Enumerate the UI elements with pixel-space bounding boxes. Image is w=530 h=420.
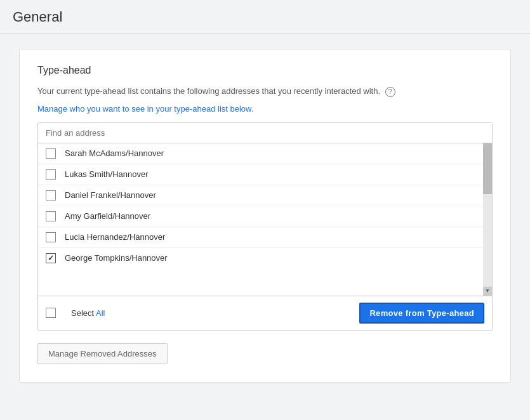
scrollbar-track: ▲ ▼ [483, 143, 492, 296]
list-item[interactable]: Amy Garfield/Hannover [38, 206, 492, 227]
select-all-area: Select All [46, 308, 105, 318]
settings-card: Type-ahead Your current type-ahead list … [19, 49, 511, 383]
list-item[interactable]: Lukas Smith/Hannover [38, 164, 492, 185]
item-name-6: George Tompkins/Hannover [65, 253, 168, 263]
checkbox-3[interactable] [46, 190, 56, 200]
address-list-container: Sarah McAdams/Hannover Lukas Smith/Hanno… [37, 122, 493, 331]
checkbox-5[interactable] [46, 232, 56, 242]
list-item[interactable]: Lucia Hernandez/Hannover [38, 227, 492, 248]
help-icon[interactable]: ? [385, 87, 395, 97]
manage-removed-addresses-button[interactable]: Manage Removed Addresses [37, 343, 168, 364]
manage-link-text: Manage who you want to see in your type-… [37, 104, 493, 114]
content-area: Type-ahead Your current type-ahead list … [0, 34, 530, 420]
checkbox-4[interactable] [46, 211, 56, 221]
checkbox-6[interactable] [46, 253, 56, 263]
remove-from-typeahead-button[interactable]: Remove from Type-ahead [359, 303, 484, 324]
select-all-checkbox[interactable] [46, 308, 56, 318]
checkbox-1[interactable] [46, 148, 56, 159]
list-item[interactable]: Daniel Frankel/Hannover [38, 185, 492, 206]
page-container: General Type-ahead Your current type-ahe… [0, 0, 530, 420]
item-name-1: Sarah McAdams/Hannover [65, 148, 164, 158]
page-header: General [0, 0, 530, 34]
list-item[interactable]: Sarah McAdams/Hannover [38, 143, 492, 164]
page-title: General [13, 9, 517, 25]
scrollbar-thumb[interactable] [483, 143, 492, 194]
checkbox-2[interactable] [46, 169, 56, 180]
list-scroll[interactable]: Sarah McAdams/Hannover Lukas Smith/Hanno… [38, 143, 492, 296]
item-name-3: Daniel Frankel/Hannover [65, 190, 156, 200]
description-text: Your current type-ahead list contains th… [37, 85, 493, 98]
item-name-2: Lukas Smith/Hannover [65, 169, 149, 179]
item-name-4: Amy Garfield/Hannover [65, 211, 150, 221]
scrollbar-arrow-down[interactable]: ▼ [483, 287, 492, 296]
footer-row: Select All Remove from Type-ahead [38, 296, 492, 330]
list-item[interactable]: George Tompkins/Hannover [38, 248, 492, 268]
section-title: Type-ahead [37, 65, 493, 76]
list-body: Sarah McAdams/Hannover Lukas Smith/Hanno… [38, 143, 492, 296]
item-name-5: Lucia Hernandez/Hannover [65, 232, 165, 242]
select-all-text: Select All [71, 308, 105, 318]
search-input[interactable] [38, 123, 492, 143]
